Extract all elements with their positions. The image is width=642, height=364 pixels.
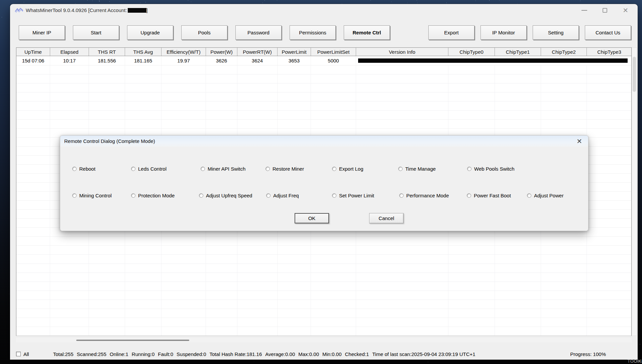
toolbar-button-start[interactable]: Start bbox=[73, 25, 119, 40]
empty-table-row bbox=[16, 264, 631, 273]
empty-table-row bbox=[16, 309, 631, 318]
vertical-scrollbar[interactable] bbox=[632, 47, 637, 336]
empty-table-row bbox=[16, 74, 631, 83]
cell-ths-rt: 181.556 bbox=[89, 56, 125, 65]
toolbar-left-group: Miner IPStartUpgradePoolsPasswordPermiss… bbox=[19, 25, 390, 40]
radio-icon bbox=[398, 167, 403, 171]
maximize-icon[interactable] bbox=[603, 8, 607, 13]
column-header-ths-rt[interactable]: THS RT bbox=[89, 48, 125, 56]
radio-icon bbox=[266, 193, 271, 198]
radio-label: Leds Control bbox=[138, 166, 167, 172]
status-stat: Average:0.00 bbox=[265, 351, 295, 357]
toolbar-button-remote-ctrl[interactable]: Remote Ctrl bbox=[344, 25, 390, 40]
radio-label: Reboot bbox=[79, 166, 95, 172]
radio-label: Power Fast Boot bbox=[474, 193, 511, 198]
empty-table-row bbox=[16, 120, 631, 129]
horizontal-scrollbar-thumb[interactable] bbox=[76, 340, 189, 341]
cell-uptime: 15d 07:06 bbox=[16, 56, 50, 65]
radio-icon bbox=[199, 193, 203, 198]
toolbar-button-password[interactable]: Password bbox=[235, 25, 282, 40]
radio-icon bbox=[332, 167, 336, 171]
column-header-efficiency-w-t[interactable]: Efficiency(W/T) bbox=[162, 48, 206, 56]
radio-label: Time Manage bbox=[405, 166, 436, 172]
column-header-ths-avg[interactable]: THS Avg bbox=[125, 48, 162, 56]
radio-option-protection-mode[interactable]: Protection Mode bbox=[131, 193, 175, 198]
column-header-powerrt-w[interactable]: PowerRT(W) bbox=[237, 48, 278, 56]
close-icon[interactable]: ✕ bbox=[623, 6, 628, 14]
radio-option-power-fast-boot[interactable]: Power Fast Boot bbox=[467, 193, 511, 198]
radio-option-miner-api-switch[interactable]: Miner API Switch bbox=[201, 166, 245, 172]
minimize-icon[interactable] bbox=[581, 10, 587, 11]
radio-option-adjust-freq[interactable]: Adjust Freq bbox=[266, 193, 299, 198]
toolbar-button-upgrade[interactable]: Upgrade bbox=[127, 25, 173, 40]
progress-label: Progress: 100% bbox=[570, 351, 606, 357]
toolbar-button-pools[interactable]: Pools bbox=[181, 25, 227, 40]
radio-label: Miner API Switch bbox=[208, 166, 245, 172]
status-stats: Total:255Scanned:255Online:1Running:0Fau… bbox=[53, 351, 475, 357]
radio-option-reboot[interactable]: Reboot bbox=[72, 166, 95, 172]
column-header-chiptype2[interactable]: ChipType2 bbox=[541, 48, 587, 56]
ok-button[interactable]: OK bbox=[295, 213, 329, 223]
column-header-version-info[interactable]: Version Info bbox=[356, 48, 448, 56]
radio-option-export-log[interactable]: Export Log bbox=[332, 166, 363, 172]
radio-option-mining-control[interactable]: Mining Control bbox=[72, 193, 112, 198]
radio-icon bbox=[72, 193, 77, 198]
toolbar-button-contact-us[interactable]: Contact Us bbox=[585, 25, 631, 40]
radio-icon bbox=[72, 167, 77, 171]
dialog-header[interactable]: Remote Control Dialog (Complete Mode) ✕ bbox=[60, 136, 588, 147]
cell-efficiency-w-t: 19.97 bbox=[162, 56, 206, 65]
cancel-button[interactable]: Cancel bbox=[369, 213, 404, 223]
cell-ths-avg: 181.165 bbox=[125, 56, 162, 65]
window-title-text: WhatsMinerTool 9.0.4.0926 [Current Accou… bbox=[26, 7, 127, 13]
radio-option-performance-mode[interactable]: Performance Mode bbox=[399, 193, 449, 198]
radio-option-time-manage[interactable]: Time Manage bbox=[398, 166, 436, 172]
toolbar-right-group: ExportIP MonitorSettingContact Us bbox=[428, 25, 631, 40]
toolbar-button-miner-ip[interactable]: Miner IP bbox=[19, 25, 65, 40]
toolbar-button-permissions[interactable]: Permissions bbox=[290, 25, 336, 40]
redacted-row-data bbox=[358, 58, 628, 63]
column-header-chiptype1[interactable]: ChipType1 bbox=[495, 48, 541, 56]
dialog-close-icon[interactable]: ✕ bbox=[576, 137, 582, 145]
column-header-powerlimit[interactable]: PowerLimit bbox=[278, 48, 311, 56]
radio-option-web-pools-switch[interactable]: Web Pools Switch bbox=[467, 166, 515, 172]
window-title-bracket: ] bbox=[146, 7, 148, 13]
radio-option-adjust-upfreq-speed[interactable]: Adjust Upfreq Speed bbox=[199, 193, 252, 198]
toolbar-button-ip-monitor[interactable]: IP Monitor bbox=[480, 25, 527, 40]
column-header-chiptype0[interactable]: ChipType0 bbox=[448, 48, 495, 56]
empty-table-row bbox=[16, 273, 631, 282]
toolbar-button-export[interactable]: Export bbox=[428, 25, 474, 40]
horizontal-scrollbar[interactable] bbox=[16, 338, 632, 342]
radio-icon bbox=[467, 167, 471, 171]
empty-table-row bbox=[16, 291, 631, 300]
empty-table-row bbox=[16, 255, 631, 264]
radio-option-leds-control[interactable]: Leds Control bbox=[131, 166, 167, 172]
vertical-scrollbar-thumb[interactable] bbox=[633, 57, 636, 92]
window-controls: ✕ bbox=[581, 6, 628, 14]
column-header-elapsed[interactable]: Elapsed bbox=[50, 48, 89, 56]
column-header-chiptype3[interactable]: ChipType3 bbox=[587, 48, 632, 56]
column-header-power-w[interactable]: Power(W) bbox=[206, 48, 237, 56]
radio-label: Adjust Upfreq Speed bbox=[206, 193, 252, 198]
empty-table-row bbox=[16, 327, 631, 336]
column-header-uptime[interactable]: UpTime bbox=[16, 48, 50, 56]
empty-table-row bbox=[16, 246, 631, 255]
radio-option-adjust-power[interactable]: Adjust Power bbox=[527, 193, 563, 198]
cell-powerrt-w: 3624 bbox=[237, 56, 278, 65]
radio-option-set-power-limit[interactable]: Set Power Limit bbox=[332, 193, 374, 198]
radio-option-restore-miner[interactable]: Restore Miner bbox=[265, 166, 304, 172]
radio-icon bbox=[131, 193, 135, 198]
status-stat: Suspended:0 bbox=[177, 351, 206, 357]
status-stat: Running:0 bbox=[132, 351, 154, 357]
empty-table-row bbox=[16, 93, 631, 102]
radio-icon bbox=[332, 193, 336, 198]
toolbar-button-setting[interactable]: Setting bbox=[533, 25, 579, 40]
empty-table-row bbox=[16, 237, 631, 246]
radio-icon bbox=[467, 193, 471, 198]
titlebar[interactable]: WhatsMinerTool 9.0.4.0926 [Current Accou… bbox=[10, 4, 638, 16]
cell-powerlimitset: 5000 bbox=[311, 56, 356, 65]
empty-table-row bbox=[16, 102, 631, 111]
all-checkbox[interactable] bbox=[16, 352, 21, 356]
table-row[interactable]: 15d 07:0610:17181.556181.16519.973626362… bbox=[16, 56, 631, 65]
cell-powerlimit: 3653 bbox=[278, 56, 311, 65]
column-header-powerlimitset[interactable]: PowerLimitSet bbox=[311, 48, 356, 56]
